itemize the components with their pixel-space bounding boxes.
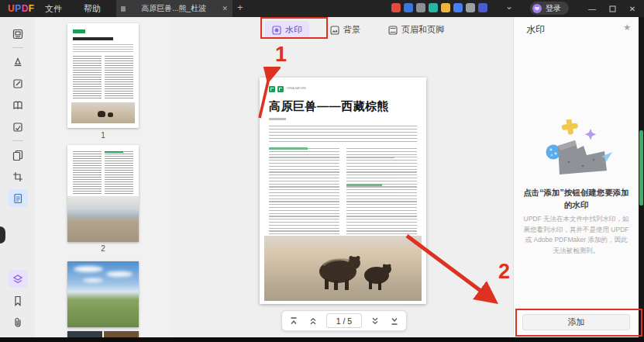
annotation-arrow-2: [399, 229, 504, 309]
page-thumbnail-1[interactable]: [67, 23, 139, 128]
edit-tool-icon[interactable]: [8, 74, 28, 92]
tab-background-label: 背景: [343, 24, 360, 36]
page-thumbnail-3[interactable]: [67, 261, 139, 327]
window-maximize-button[interactable]: [602, 0, 622, 17]
annotation-box-step1: [260, 17, 328, 39]
menu-help[interactable]: 帮助: [84, 3, 101, 15]
bears-photo-thumb: [71, 102, 135, 123]
document-icon: [121, 6, 126, 12]
cloud: [74, 266, 103, 272]
panel-title: 水印: [526, 23, 545, 36]
text-column: [73, 56, 102, 100]
promo-icon-4[interactable]: [429, 3, 438, 12]
promo-icon-7[interactable]: [466, 3, 475, 12]
comment-tool-icon[interactable]: [8, 53, 28, 71]
chevron-down-icon[interactable]: ⌄: [505, 1, 513, 12]
divider: [12, 140, 23, 141]
article-title-line: [73, 37, 113, 40]
previous-page-button[interactable]: [307, 315, 319, 327]
divider: [12, 47, 23, 48]
promo-icon-2[interactable]: [404, 3, 413, 12]
updf-logo: UPDF: [8, 3, 35, 14]
page-thumbnail-4[interactable]: [67, 331, 139, 337]
favorite-star-icon[interactable]: ★: [623, 22, 631, 33]
thumbnail-panel-icon[interactable]: [8, 25, 28, 43]
ai-assistant-icon[interactable]: [8, 270, 28, 288]
document-tab-title: 高原巨兽...熊_杜波: [129, 3, 218, 14]
page-number-label: 1: [67, 131, 139, 140]
last-page-button[interactable]: [388, 315, 401, 327]
maximize-icon: [609, 5, 616, 12]
tab-header-footer[interactable]: 页眉和页脚: [381, 21, 451, 39]
landscape-photo-thumb: [67, 196, 139, 242]
close-tab-icon[interactable]: ✕: [222, 5, 228, 12]
magazine-caption: CHINA NATURE: [286, 86, 306, 90]
logo-letter: U: [8, 3, 15, 14]
crop-tool-icon[interactable]: [8, 168, 28, 185]
next-page-button[interactable]: [369, 315, 381, 327]
header-footer-icon: [388, 26, 398, 35]
empty-state-illustration: [539, 119, 614, 181]
screen-edge-bottom: [0, 337, 644, 342]
first-page-button[interactable]: [288, 315, 300, 327]
page-thumbnail-2[interactable]: [67, 145, 139, 242]
reader-mode-icon[interactable]: [8, 96, 28, 114]
cloud: [83, 278, 103, 282]
annotation-number-1: 1: [275, 44, 287, 65]
login-button[interactable]: 登录: [530, 2, 569, 15]
text-column: [346, 148, 417, 235]
green-subhead: [105, 151, 123, 153]
promo-icon-8[interactable]: [478, 3, 487, 12]
page-number-label: 2: [67, 244, 139, 253]
empty-state-description: UPDF 无法在本文件中找到水印，如果您看到水印，其并不是使用 UPDF 或 A…: [523, 214, 629, 256]
annotation-arrow-1: [253, 67, 281, 124]
text-column: [105, 56, 133, 100]
green-subhead: [346, 184, 382, 186]
body-columns: [269, 148, 417, 235]
background-icon: [330, 26, 339, 35]
thumbnail-panel: 1 2: [35, 17, 170, 337]
cloud: [106, 271, 133, 277]
tab-background[interactable]: 背景: [323, 21, 367, 39]
text-column: [269, 148, 339, 235]
text-column: [105, 151, 133, 194]
document-tab[interactable]: 高原巨兽...熊_杜波 ✕: [116, 0, 232, 17]
bear-silhouette: [108, 112, 113, 117]
title-bar: UPDF 文件 帮助 高原巨兽...熊_杜波 ✕ + ⌄ 登录 — ✕: [0, 0, 644, 17]
magazine-logo: CHINA NATURE: [269, 86, 417, 95]
page-indicator[interactable]: 1 / 5: [326, 313, 362, 328]
panel-drag-handle[interactable]: [0, 226, 5, 244]
green-subhead: [269, 147, 308, 150]
window-close-button[interactable]: ✕: [622, 0, 642, 17]
article-title: 高原巨兽——西藏棕熊: [269, 99, 417, 114]
magazine-badge: [73, 29, 85, 33]
promo-icon-6[interactable]: [453, 3, 463, 12]
promo-icons-row: [391, 3, 487, 12]
empty-state-heading: 点击“添加”按钮创建您要添加的水印: [522, 186, 631, 212]
logo-letter: F: [29, 3, 35, 14]
page-tools-watermark-icon[interactable]: [8, 189, 28, 207]
organize-pages-icon[interactable]: [8, 146, 28, 164]
promo-icon-1[interactable]: [391, 3, 401, 12]
watermark-panel: 水印 ★ 点击“添加”按钮创建您要添加的水印 UPDF 无法在本文件中找到水印，…: [513, 17, 639, 337]
page-navigation-bar: 1 / 5: [281, 310, 407, 331]
text-lines: [73, 44, 133, 53]
attachment-icon[interactable]: [8, 313, 28, 331]
text-column: [73, 151, 102, 194]
avatar: [532, 4, 542, 13]
photo-fragment: [104, 331, 139, 337]
window-minimize-button[interactable]: —: [582, 0, 602, 17]
tab-header-footer-label: 页眉和页脚: [401, 24, 444, 36]
logo-letter: P: [15, 3, 22, 14]
sign-tool-icon[interactable]: [8, 118, 28, 136]
intro-paragraph: [269, 126, 417, 142]
promo-icon-3[interactable]: [416, 3, 425, 12]
bears-illustration: [264, 236, 422, 301]
login-label: 登录: [546, 3, 561, 14]
promo-icon-5[interactable]: [441, 3, 450, 12]
bookmark-icon[interactable]: [8, 292, 28, 309]
new-tab-button[interactable]: +: [237, 2, 243, 13]
grassland-photo-thumb: [67, 261, 139, 327]
logo-letter: D: [22, 3, 29, 14]
menu-file[interactable]: 文件: [45, 3, 62, 15]
